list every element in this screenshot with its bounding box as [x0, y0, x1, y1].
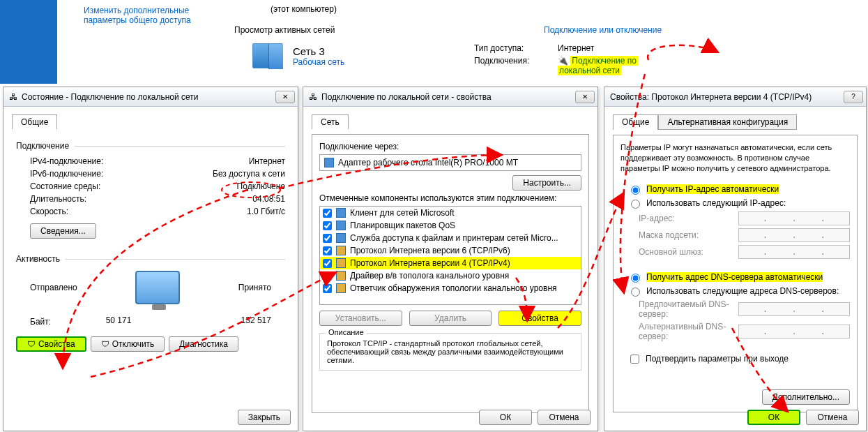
disable-icon: 🛡: [101, 339, 109, 349]
dialog-title: Подключение по локальной сети - свойства: [321, 92, 492, 102]
ok-button[interactable]: ОК: [479, 410, 532, 425]
alternate-dns-label: Альтернативный DNS-сервер:: [639, 322, 738, 341]
adapter-icon: [324, 158, 334, 167]
titlebar[interactable]: 🖧 Подключение по локальной сети - свойст…: [303, 87, 597, 107]
radio-manual-ip[interactable]: [631, 200, 640, 209]
connection-section-label: Подключение: [16, 141, 69, 151]
checkbox[interactable]: [323, 271, 332, 281]
network-adapter-icon: 🖧: [9, 92, 17, 102]
list-item[interactable]: Планировщик пакетов QoS: [320, 219, 581, 232]
preferred-dns-input: ...: [738, 302, 850, 316]
titlebar[interactable]: Свойства: Протокол Интернета версии 4 (T…: [604, 87, 866, 107]
tab-alternate[interactable]: Альтернативная конфигурация: [658, 114, 797, 130]
close-button[interactable]: Закрыть: [238, 410, 291, 425]
titlebar[interactable]: 🖧 Состояние - Подключение по локальной с…: [3, 87, 298, 107]
list-item[interactable]: Драйвер в/в тополога канального уровня: [320, 269, 581, 282]
speed-value: 1.0 Гбит/с: [247, 207, 285, 216]
ipv4-properties-dialog: Свойства: Протокол Интернета версии 4 (T…: [604, 87, 867, 431]
confirm-settings-checkbox[interactable]: [630, 355, 639, 364]
disconnect-button[interactable]: 🛡Отключить: [91, 336, 165, 352]
cancel-button[interactable]: Отмена: [538, 410, 591, 425]
component-list[interactable]: Клиент для сетей Microsoft Планировщик п…: [319, 206, 581, 305]
received-label: Принято: [238, 283, 271, 292]
access-type-label: Тип доступа:: [474, 43, 558, 53]
radio-manual-dns-label: Использовать следующие адреса DNS-сервер…: [646, 286, 839, 296]
ipv6-label: IPv6-подключение:: [30, 169, 103, 179]
speed-label: Скорость:: [30, 207, 68, 216]
tab-general[interactable]: Общие: [613, 114, 658, 130]
radio-auto-dns[interactable]: [631, 274, 640, 283]
network-name: Сеть 3: [293, 45, 344, 57]
activity-section-label: Активность: [16, 254, 60, 264]
list-item[interactable]: Служба доступа к файлам и принтерам сете…: [320, 232, 581, 244]
radio-auto-ip[interactable]: [631, 186, 640, 195]
checkbox[interactable]: [323, 259, 332, 268]
control-panel-header: Изменить дополнительные параметры общего…: [0, 0, 868, 84]
share-icon: [336, 233, 346, 243]
qos-icon: [336, 221, 346, 230]
protocol-icon: [336, 258, 346, 268]
list-item[interactable]: Ответчик обнаружения топологии канальног…: [320, 282, 581, 295]
preferred-dns-label: Предпочитаемый DNS-сервер:: [639, 299, 738, 319]
tab-network[interactable]: Сеть: [312, 114, 349, 129]
tab-general[interactable]: Общие: [12, 114, 57, 129]
network-icon: [252, 43, 283, 68]
media-state-label: Состояние среды:: [30, 181, 100, 191]
this-computer-label: (этот компьютер): [271, 4, 337, 14]
checkbox[interactable]: [323, 246, 332, 255]
ip-address-input: ...: [738, 211, 850, 225]
sent-bytes: 50 171: [106, 315, 132, 325]
duration-value: 04:08:51: [252, 194, 285, 204]
components-label: Отмеченные компоненты используются этим …: [319, 193, 581, 203]
radio-manual-ip-label: Использовать следующий IP-адрес:: [646, 198, 786, 208]
checkbox[interactable]: [323, 234, 332, 243]
checkbox[interactable]: [323, 284, 332, 293]
access-block: Тип доступа: Интернет Подключения: 🔌 Под…: [474, 43, 638, 78]
left-blue-strip: [0, 0, 57, 84]
description-group: Описание Протокол TCP/IP - стандартный п…: [319, 333, 581, 371]
connection-status-dialog: 🖧 Состояние - Подключение по локальной с…: [3, 87, 298, 431]
connect-through-label: Подключение через:: [319, 142, 581, 151]
ip-address-label: IP-адрес:: [639, 214, 738, 223]
responder-icon: [336, 283, 346, 293]
connect-or-disconnect-link[interactable]: Подключение или отключение: [544, 25, 662, 35]
ipv4-label: IPv4-подключение:: [30, 156, 103, 166]
duration-label: Длительность:: [30, 194, 86, 204]
component-properties-button[interactable]: Свойства: [498, 311, 581, 326]
list-item[interactable]: Клиент для сетей Microsoft: [320, 207, 581, 219]
subnet-mask-input: ...: [738, 228, 850, 242]
checkbox[interactable]: [323, 221, 332, 230]
properties-button[interactable]: 🛡Свойства: [16, 336, 86, 352]
local-connection-link[interactable]: 🔌 Подключение по локальной сети: [558, 56, 638, 75]
uninstall-button[interactable]: Удалить: [409, 311, 492, 326]
media-state-value: Подключено: [237, 181, 285, 191]
list-item[interactable]: Протокол Интернета версии 6 (TCP/IPv6): [320, 244, 581, 257]
sent-label: Отправлено: [30, 283, 77, 292]
alternate-dns-input: ...: [738, 325, 850, 338]
protocol-icon: [336, 246, 346, 255]
help-icon[interactable]: ?: [844, 91, 863, 103]
gateway-label: Основной шлюз:: [639, 247, 738, 257]
close-icon[interactable]: ✕: [575, 91, 595, 103]
ipv6-value: Без доступа к сети: [213, 169, 285, 179]
advanced-button[interactable]: Дополнительно...: [762, 389, 850, 405]
ok-button[interactable]: ОК: [747, 410, 800, 425]
checkbox[interactable]: [323, 209, 332, 218]
radio-manual-dns[interactable]: [631, 288, 640, 297]
diagnose-button[interactable]: Диагностика: [169, 336, 238, 352]
radio-auto-ip-label: Получить IP-адрес автоматически: [646, 184, 779, 194]
list-item-ipv4[interactable]: Протокол Интернета версии 4 (TCP/IPv4): [320, 257, 581, 269]
configure-button[interactable]: Настроить...: [512, 175, 581, 191]
details-button[interactable]: Сведения...: [30, 223, 96, 239]
connection-properties-dialog: 🖧 Подключение по локальной сети - свойст…: [303, 87, 598, 431]
cancel-button[interactable]: Отмена: [806, 410, 859, 425]
received-bytes: 132 517: [241, 315, 271, 325]
install-button[interactable]: Установить...: [319, 311, 402, 326]
close-icon[interactable]: ✕: [275, 91, 295, 103]
connections-label: Подключения:: [474, 56, 558, 75]
dialog-title: Свойства: Протокол Интернета версии 4 (T…: [610, 92, 812, 102]
network-type-link[interactable]: Рабочая сеть: [293, 57, 344, 67]
change-advanced-sharing-link[interactable]: Изменить дополнительные параметры общего…: [84, 6, 223, 25]
intro-text: Параметры IP могут назначаться автоматич…: [620, 142, 850, 174]
gateway-input: ...: [738, 245, 850, 259]
